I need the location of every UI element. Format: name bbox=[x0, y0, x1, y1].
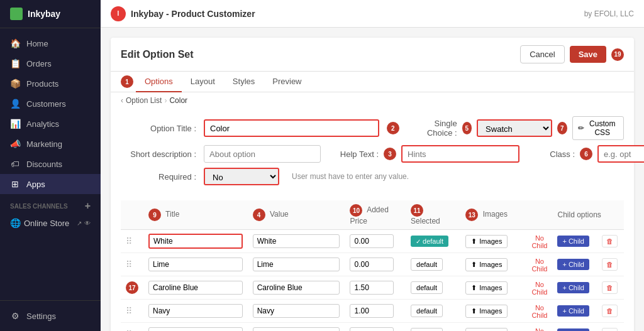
price-input[interactable] bbox=[350, 281, 394, 295]
title-input[interactable] bbox=[148, 258, 243, 271]
add-child-cell: + Child bbox=[552, 253, 597, 276]
value-cell bbox=[248, 323, 345, 332]
option-title-input[interactable] bbox=[204, 119, 379, 137]
price-input[interactable] bbox=[350, 327, 394, 331]
sidebar-item-apps[interactable]: ⊞ Apps bbox=[0, 174, 101, 194]
badge-1: 1 bbox=[121, 75, 133, 88]
images-button[interactable]: ⬆ Images bbox=[465, 328, 508, 332]
breadcrumb-separator: › bbox=[164, 96, 167, 105]
class-input[interactable] bbox=[597, 145, 644, 163]
title-cell bbox=[143, 253, 248, 276]
save-button[interactable]: Save bbox=[570, 46, 606, 63]
topbar: I Inkybay - Product Customizer by EFOLI,… bbox=[101, 0, 644, 28]
selected-button[interactable]: default bbox=[411, 258, 443, 271]
settings-label: Settings bbox=[26, 312, 56, 321]
delete-button[interactable]: 🗑 bbox=[602, 258, 618, 271]
value-input[interactable] bbox=[253, 234, 340, 248]
selected-button[interactable]: default bbox=[411, 328, 443, 331]
add-child-button[interactable]: + Child bbox=[557, 282, 589, 293]
class-label: Class : bbox=[525, 149, 575, 159]
value-input[interactable] bbox=[253, 258, 340, 271]
col-spacer2 bbox=[526, 200, 552, 230]
add-child-button[interactable]: + Child bbox=[557, 236, 589, 247]
add-child-button[interactable]: + Child bbox=[557, 328, 589, 331]
breadcrumb-option-list-link[interactable]: Option List bbox=[126, 96, 162, 105]
add-sales-channel-button[interactable]: + bbox=[85, 200, 91, 212]
tabs-bar: 1 Options Layout Styles Preview bbox=[111, 72, 634, 92]
price-input[interactable] bbox=[350, 258, 394, 271]
delete-button[interactable]: 🗑 bbox=[602, 328, 618, 331]
delete-button[interactable]: 🗑 bbox=[602, 281, 618, 294]
check-icon: ✓ bbox=[416, 238, 421, 245]
table-row: ⠿ default ⬆ Images No Child + Child bbox=[121, 253, 624, 276]
tab-preview[interactable]: Preview bbox=[264, 72, 310, 92]
delete-button[interactable]: 🗑 bbox=[602, 305, 618, 317]
price-input[interactable] bbox=[350, 304, 394, 318]
col-selected: 11 Selected bbox=[406, 200, 460, 230]
selected-default-button[interactable]: ✓ default bbox=[411, 236, 448, 247]
help-text-input[interactable] bbox=[401, 145, 519, 163]
add-child-button[interactable]: + Child bbox=[557, 305, 589, 317]
sidebar-item-customers[interactable]: 👤 Customers bbox=[0, 94, 101, 114]
delete-button[interactable]: 🗑 bbox=[602, 235, 618, 247]
sidebar-item-settings[interactable]: ⚙ Settings bbox=[0, 306, 101, 326]
table-body: ⠿ ✓ default ⬆ Images No Child + Child bbox=[121, 230, 624, 332]
col-value: 4 Value bbox=[248, 200, 345, 230]
online-store-icon: 🌐 bbox=[10, 218, 20, 228]
custom-css-button[interactable]: ✏ Custom CSS bbox=[572, 116, 624, 140]
sidebar-item-discounts[interactable]: 🏷 Discounts bbox=[0, 154, 101, 174]
value-input[interactable] bbox=[253, 327, 340, 331]
badge-10: 10 bbox=[350, 204, 362, 217]
required-select[interactable]: No Yes bbox=[204, 168, 279, 185]
no-child-button[interactable]: No Child bbox=[531, 281, 547, 296]
eye-icon[interactable]: 👁 bbox=[84, 220, 91, 227]
edit-option-set-panel: Edit Option Set Cancel Save 19 1 Options… bbox=[111, 38, 634, 331]
title-input[interactable] bbox=[148, 327, 243, 331]
add-child-cell: + Child bbox=[552, 230, 597, 253]
value-input[interactable] bbox=[253, 304, 340, 318]
expand-icon[interactable]: ↗ bbox=[77, 220, 82, 227]
table-header-row: 9 Title 4 Value 10 Added Price bbox=[121, 200, 624, 230]
customers-icon: 👤 bbox=[10, 99, 20, 109]
no-child-button[interactable]: No Child bbox=[531, 304, 547, 319]
cancel-button[interactable]: Cancel bbox=[520, 45, 564, 63]
images-button[interactable]: ⬆ Images bbox=[465, 235, 508, 248]
no-child-button[interactable]: No Child bbox=[531, 327, 547, 331]
selected-button[interactable]: default bbox=[411, 305, 443, 317]
tab-styles[interactable]: Styles bbox=[224, 72, 264, 92]
title-input[interactable] bbox=[148, 304, 243, 318]
plus-icon: + bbox=[562, 237, 566, 245]
title-input[interactable] bbox=[148, 281, 243, 295]
plus-icon: + bbox=[562, 284, 566, 291]
add-child-button[interactable]: + Child bbox=[557, 259, 589, 270]
drag-handle[interactable]: ⠿ bbox=[126, 306, 132, 316]
sidebar-item-online-store[interactable]: 🌐 Online Store ↗ 👁 bbox=[0, 214, 101, 232]
sidebar-item-orders[interactable]: 📋 Orders bbox=[0, 53, 101, 73]
no-child-button[interactable]: No Child bbox=[531, 234, 547, 249]
value-cell bbox=[248, 276, 345, 300]
drag-handle[interactable]: ⠿ bbox=[126, 259, 132, 269]
images-button[interactable]: ⬆ Images bbox=[465, 281, 508, 295]
sidebar-item-home[interactable]: 🏠 Home bbox=[0, 33, 101, 53]
tab-layout[interactable]: Layout bbox=[182, 72, 224, 92]
selected-button[interactable]: default bbox=[411, 281, 443, 294]
images-button[interactable]: ⬆ Images bbox=[465, 305, 508, 318]
no-child-button[interactable]: No Child bbox=[531, 258, 547, 273]
drag-handle[interactable]: ⠿ bbox=[126, 236, 132, 246]
single-choice-select[interactable]: Swatch bbox=[477, 119, 552, 137]
form-row-title: Option Title : 2 Single Choice : 5 Swatc… bbox=[121, 116, 624, 140]
sidebar-item-marketing[interactable]: 📣 Marketing bbox=[0, 134, 101, 154]
value-input[interactable] bbox=[253, 281, 340, 295]
sidebar-item-products[interactable]: 📦 Products bbox=[0, 73, 101, 94]
sidebar-item-analytics[interactable]: 📊 Analytics bbox=[0, 114, 101, 134]
title-input[interactable] bbox=[148, 234, 243, 249]
spacer1-cell bbox=[514, 253, 526, 276]
tab-options[interactable]: Options bbox=[136, 72, 182, 92]
short-desc-input[interactable] bbox=[204, 145, 321, 163]
panel-title: Edit Option Set bbox=[121, 49, 194, 60]
single-choice-label: Single Choice : bbox=[407, 119, 457, 138]
badge-4: 4 bbox=[253, 209, 265, 221]
price-input[interactable] bbox=[350, 234, 394, 248]
discounts-icon: 🏷 bbox=[10, 159, 20, 169]
images-button[interactable]: ⬆ Images bbox=[465, 258, 508, 271]
